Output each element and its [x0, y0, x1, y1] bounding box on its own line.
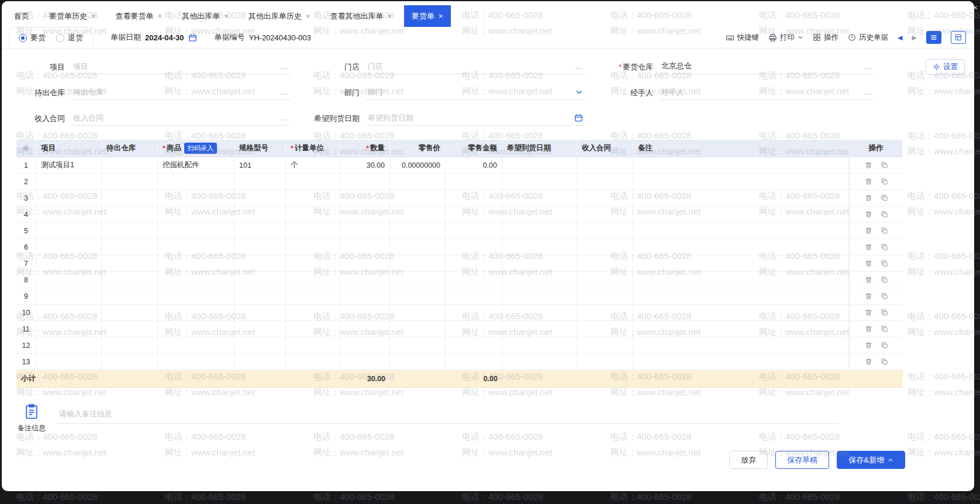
- cell-amount[interactable]: [446, 223, 502, 239]
- cell-unit[interactable]: [286, 288, 340, 304]
- copy-row-icon[interactable]: [881, 260, 888, 267]
- tab-其他出库单[interactable]: 其他出库单×: [174, 5, 236, 27]
- cell-qty[interactable]: [340, 305, 390, 320]
- cell-qty[interactable]: [340, 321, 390, 337]
- cell-unit[interactable]: 个: [286, 157, 340, 173]
- cell-price[interactable]: [390, 321, 446, 337]
- copy-row-icon[interactable]: [881, 325, 888, 333]
- tab-close-icon[interactable]: ×: [158, 12, 163, 20]
- cell-unit[interactable]: [286, 321, 340, 337]
- tab-close-icon[interactable]: ×: [439, 12, 443, 20]
- cell-out_warehouse[interactable]: [102, 305, 158, 320]
- cell-project[interactable]: 测试项目1: [36, 157, 102, 173]
- cell-unit[interactable]: [286, 239, 340, 255]
- table-row[interactable]: 12: [16, 337, 903, 354]
- cell-qty[interactable]: [340, 288, 390, 304]
- store-input[interactable]: [367, 62, 574, 71]
- cell-note[interactable]: [633, 157, 849, 173]
- cell-spec[interactable]: 101: [234, 157, 286, 173]
- cell-expect_date[interactable]: [502, 223, 577, 239]
- cell-qty[interactable]: [340, 206, 390, 222]
- delete-row-icon[interactable]: [865, 292, 872, 300]
- more-options-icon[interactable]: …: [574, 62, 584, 71]
- chevron-down-icon[interactable]: [574, 88, 584, 96]
- card-view-button[interactable]: [951, 31, 966, 44]
- cell-expect_date[interactable]: [502, 190, 577, 206]
- tab-查看要货单[interactable]: 查看要货单×: [108, 5, 170, 27]
- calendar-icon[interactable]: [573, 113, 584, 122]
- cell-spec[interactable]: [234, 321, 286, 337]
- income-contract-input[interactable]: [72, 113, 279, 122]
- cell-price[interactable]: [390, 272, 446, 288]
- shortcut-button[interactable]: 快捷键: [726, 33, 760, 43]
- cell-contract[interactable]: [577, 206, 633, 222]
- cell-unit[interactable]: [286, 305, 340, 320]
- cell-contract[interactable]: [577, 174, 633, 189]
- cell-out_warehouse[interactable]: [102, 190, 158, 206]
- list-view-button[interactable]: [926, 31, 941, 44]
- cell-qty[interactable]: [340, 190, 390, 206]
- copy-row-icon[interactable]: [881, 210, 888, 218]
- cell-note[interactable]: [633, 190, 849, 206]
- prev-doc-icon[interactable]: ◀: [898, 34, 902, 42]
- cell-amount[interactable]: [446, 354, 502, 370]
- doc-type-radio-要货[interactable]: 要货: [19, 33, 46, 43]
- cell-price[interactable]: [390, 305, 446, 320]
- cell-product[interactable]: [158, 239, 234, 255]
- cell-qty[interactable]: [340, 256, 390, 271]
- cell-product[interactable]: [158, 337, 234, 353]
- cell-qty[interactable]: [340, 337, 390, 353]
- delete-row-icon[interactable]: [865, 243, 872, 251]
- tab-close-icon[interactable]: ×: [224, 12, 229, 20]
- tab-close-icon[interactable]: ×: [306, 12, 310, 20]
- cell-out_warehouse[interactable]: [102, 239, 158, 255]
- cell-expect_date[interactable]: [502, 174, 577, 189]
- save-draft-button[interactable]: 保存草稿: [775, 451, 829, 469]
- cell-out_warehouse[interactable]: [102, 288, 158, 304]
- cell-expect_date[interactable]: [502, 321, 577, 337]
- cell-price[interactable]: [390, 337, 446, 353]
- cell-amount[interactable]: [446, 288, 502, 304]
- cell-contract[interactable]: [577, 239, 633, 255]
- cell-unit[interactable]: [286, 256, 340, 271]
- cell-out_warehouse[interactable]: [102, 206, 158, 222]
- cell-expect_date[interactable]: [502, 239, 577, 255]
- delete-row-icon[interactable]: [865, 260, 872, 267]
- cell-spec[interactable]: [234, 288, 286, 304]
- cancel-button[interactable]: 放弃: [729, 451, 768, 469]
- cell-expect_date[interactable]: [502, 157, 577, 173]
- cell-product[interactable]: 挖掘机配件: [158, 157, 234, 173]
- cell-contract[interactable]: [577, 305, 633, 320]
- table-row[interactable]: 4: [16, 206, 903, 223]
- cell-price[interactable]: [390, 239, 446, 255]
- tab-close-icon[interactable]: ×: [91, 12, 96, 20]
- tab-其他出库单历史[interactable]: 其他出库单历史×: [241, 5, 318, 27]
- table-row[interactable]: 11: [16, 321, 903, 337]
- cell-unit[interactable]: [286, 190, 340, 206]
- cell-note[interactable]: [633, 337, 849, 353]
- cell-note[interactable]: [633, 256, 849, 271]
- copy-row-icon[interactable]: [881, 358, 888, 365]
- delete-row-icon[interactable]: [865, 178, 872, 185]
- cell-project[interactable]: [36, 206, 102, 222]
- operations-button[interactable]: 操作: [813, 33, 838, 43]
- cell-price[interactable]: [390, 190, 446, 206]
- cell-expect_date[interactable]: [502, 206, 577, 222]
- copy-row-icon[interactable]: [881, 161, 888, 169]
- cell-qty[interactable]: 30.00: [340, 157, 390, 173]
- cell-qty[interactable]: [340, 223, 390, 239]
- table-row[interactable]: 3: [16, 190, 903, 206]
- cell-contract[interactable]: [577, 288, 633, 304]
- warehouse-input[interactable]: [660, 62, 862, 71]
- cell-contract[interactable]: [577, 354, 633, 370]
- copy-row-icon[interactable]: [881, 178, 888, 185]
- table-row[interactable]: 9: [16, 288, 903, 305]
- cell-project[interactable]: [36, 190, 102, 206]
- tab-要货单[interactable]: 要货单×: [404, 5, 451, 27]
- cell-contract[interactable]: [577, 256, 633, 271]
- cell-project[interactable]: [36, 354, 102, 370]
- settings-button[interactable]: 设置: [926, 59, 965, 75]
- delete-row-icon[interactable]: [865, 227, 872, 234]
- cell-contract[interactable]: [577, 272, 633, 288]
- cell-note[interactable]: [633, 321, 849, 337]
